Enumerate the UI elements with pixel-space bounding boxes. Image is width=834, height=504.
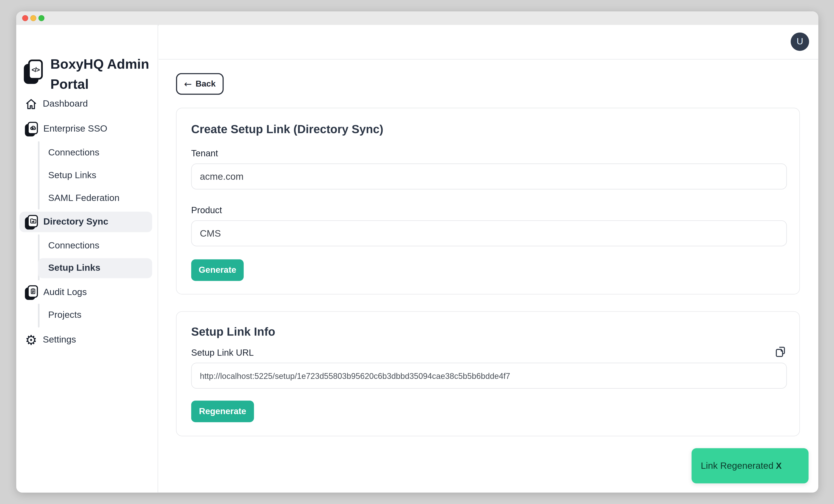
tenant-label: Tenant [191, 148, 218, 159]
minimize-window-button[interactable] [30, 15, 36, 21]
toast-close-button[interactable]: X [771, 448, 787, 483]
sidebar-item-label: Directory Sync [43, 216, 108, 227]
product-label: Product [191, 205, 222, 215]
desktop: </> BoxyHQ Admin Portal Dashboard [0, 0, 834, 504]
window-titlebar [16, 12, 818, 25]
sidebar-item-label: Enterprise SSO [43, 123, 107, 134]
left-arrow-icon: ← [184, 78, 192, 89]
setup-link-url-label: Setup Link URL [191, 347, 254, 358]
sidebar-item-audit-logs[interactable]: Audit Logs [16, 282, 158, 303]
top-header: U [158, 25, 818, 60]
user-avatar[interactable]: U [791, 32, 809, 51]
regenerate-button[interactable]: Regenerate [191, 400, 254, 422]
card-title: Setup Link Info [191, 325, 275, 339]
back-button-label: Back [195, 79, 216, 89]
sidebar-item-projects[interactable]: Projects [48, 305, 82, 325]
close-window-button[interactable] [22, 15, 28, 21]
sidebar-item-sso-connections[interactable]: Connections [48, 142, 99, 163]
generate-button[interactable]: Generate [191, 259, 244, 281]
home-icon [25, 98, 38, 110]
audit-clipboard-keycap-icon [25, 285, 38, 300]
toast-success: Link Regenerated X [692, 448, 809, 483]
nav-indent-guide [38, 304, 39, 327]
setup-link-url-input[interactable] [191, 363, 787, 389]
sidebar-item-directory-sync[interactable]: Directory Sync [16, 212, 158, 232]
clipboard-copy-icon[interactable] [775, 345, 788, 358]
tenant-input[interactable] [191, 163, 787, 189]
sidebar-item-dsync-connections[interactable]: Connections [48, 235, 99, 256]
setup-link-info-card: Setup Link Info Setup Link URL Regenerat… [176, 311, 800, 436]
sidebar-item-label: Dashboard [43, 98, 88, 110]
card-title: Create Setup Link (Directory Sync) [191, 123, 383, 136]
sidebar-item-dashboard[interactable]: Dashboard [16, 94, 158, 114]
maximize-window-button[interactable] [38, 15, 44, 21]
nav-indent-guide [38, 141, 39, 210]
sidebar-item-settings[interactable]: ⚙ Settings [16, 329, 158, 350]
product-input[interactable] [191, 220, 787, 247]
toast-message: Link Regenerated [701, 460, 773, 471]
app-title: BoxyHQ Admin Portal [50, 54, 149, 94]
sidebar-item-dsync-setup-links[interactable]: Setup Links [48, 257, 101, 278]
sidebar-item-saml-federation[interactable]: SAML Federation [48, 188, 119, 208]
app-window: </> BoxyHQ Admin Portal Dashboard [16, 12, 818, 492]
sidebar: </> BoxyHQ Admin Portal Dashboard [16, 25, 158, 492]
sso-cloud-key-keycap-icon [25, 121, 38, 136]
create-setup-link-card: Create Setup Link (Directory Sync) Tenan… [176, 108, 800, 294]
gear-icon: ⚙ [25, 334, 38, 346]
directory-folder-keycap-icon [25, 214, 38, 229]
sidebar-item-enterprise-sso[interactable]: Enterprise SSO [16, 119, 158, 139]
sidebar-item-label: Settings [43, 335, 76, 345]
back-button[interactable]: ← Back [176, 73, 224, 95]
sidebar-item-label: Audit Logs [43, 287, 87, 298]
sidebar-item-sso-setup-links[interactable]: Setup Links [48, 165, 96, 186]
boxyhq-logo-code-keycap-icon: </> [24, 60, 43, 84]
